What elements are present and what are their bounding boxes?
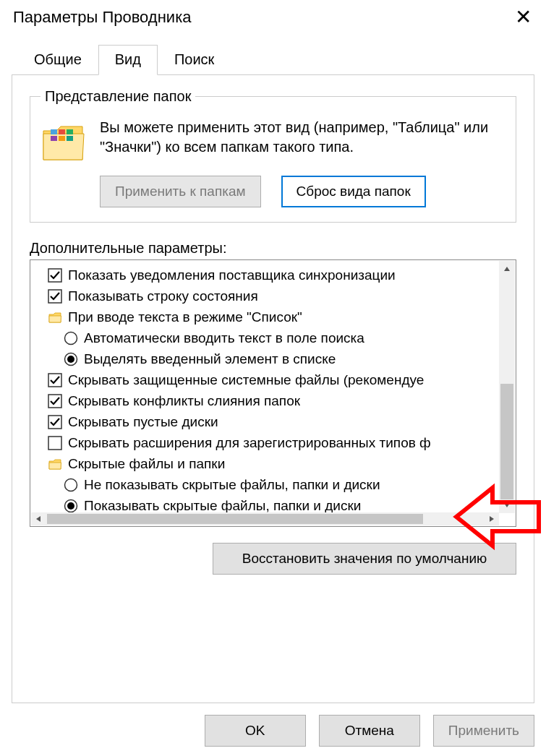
svg-point-8: [65, 332, 77, 344]
folder-icon: [48, 310, 62, 325]
list-item-label: Скрывать защищенные системные файлы (рек…: [68, 372, 424, 388]
radio-icon[interactable]: [64, 478, 78, 492]
svg-rect-11: [48, 374, 61, 387]
apply-button: Применить: [433, 715, 534, 747]
scroll-thumb-vertical[interactable]: [500, 384, 513, 499]
list-item-label: Выделять введенный элемент в списке: [84, 351, 336, 367]
checkbox-icon[interactable]: [48, 289, 62, 304]
svg-rect-0: [51, 129, 57, 134]
list-item-label: Скрытые файлы и папки: [68, 456, 225, 472]
folder-views-legend: Представление папок: [40, 88, 195, 105]
scroll-right-icon[interactable]: [485, 512, 499, 525]
radio-icon[interactable]: [64, 499, 78, 513]
svg-point-10: [67, 356, 74, 363]
list-item[interactable]: Скрывать конфликты слияния папок: [48, 390, 516, 411]
svg-rect-5: [67, 136, 73, 141]
svg-rect-6: [48, 269, 61, 282]
advanced-settings-label: Дополнительные параметры:: [30, 240, 516, 257]
horizontal-scrollbar[interactable]: [31, 512, 499, 525]
svg-rect-3: [51, 136, 57, 141]
scroll-thumb-horizontal[interactable]: [47, 514, 423, 524]
checkbox-icon[interactable]: [48, 436, 62, 450]
list-item[interactable]: Скрывать защищенные системные файлы (рек…: [48, 369, 516, 390]
list-item-label: Скрывать пустые диски: [68, 414, 218, 430]
checkbox-icon[interactable]: [48, 373, 62, 387]
tab-panel-view: Представление папок Вы можете применить …: [12, 74, 534, 703]
scroll-down-icon[interactable]: [499, 497, 515, 513]
tab-search[interactable]: Поиск: [158, 45, 231, 74]
svg-point-15: [65, 478, 77, 491]
folder-views-group: Представление папок Вы можете применить …: [30, 88, 516, 223]
svg-rect-14: [48, 437, 61, 450]
advanced-settings-list[interactable]: Показать уведомления поставщика синхрони…: [30, 259, 516, 527]
apply-to-folders-button: Применить к папкам: [100, 176, 261, 207]
tab-general[interactable]: Общие: [17, 45, 98, 74]
checkbox-icon[interactable]: [48, 268, 62, 283]
tab-bar: Общие Вид Поиск: [17, 45, 546, 74]
list-item-label: Скрывать расширения для зарегистрированн…: [68, 435, 431, 451]
tab-view[interactable]: Вид: [98, 45, 158, 75]
svg-rect-12: [48, 395, 61, 408]
list-item-label: Автоматически вводить текст в поле поиск…: [84, 330, 364, 346]
list-item-label: Показывать скрытые файлы, папки и диски: [84, 498, 361, 514]
list-item[interactable]: Скрывать расширения для зарегистрированн…: [48, 432, 516, 453]
cancel-button[interactable]: Отмена: [319, 715, 420, 747]
list-item-label: Не показывать скрытые файлы, папки и дис…: [84, 477, 380, 493]
ok-button[interactable]: OK: [205, 715, 306, 747]
vertical-scrollbar[interactable]: [499, 261, 515, 513]
list-item-label: Показать уведомления поставщика синхрони…: [68, 267, 396, 283]
radio-icon[interactable]: [64, 352, 78, 366]
scroll-up-icon[interactable]: [499, 261, 515, 277]
svg-rect-2: [67, 129, 73, 134]
svg-rect-13: [48, 416, 61, 429]
list-item-label: Показывать строку состояния: [68, 288, 258, 304]
list-item[interactable]: Скрывать пустые диски: [48, 411, 516, 432]
svg-rect-7: [48, 290, 61, 303]
list-item: При вводе текста в режиме "Список": [48, 306, 516, 327]
window-title: Параметры Проводника: [13, 8, 191, 27]
svg-rect-1: [59, 129, 65, 134]
svg-rect-4: [59, 136, 65, 141]
list-item-label: Скрывать конфликты слияния папок: [68, 393, 300, 409]
folder-icon: [48, 457, 62, 471]
list-item[interactable]: Показать уведомления поставщика синхрони…: [48, 265, 516, 285]
list-item[interactable]: Автоматически вводить текст в поле поиск…: [48, 327, 516, 348]
list-item: Скрытые файлы и папки: [48, 453, 516, 474]
svg-point-17: [67, 502, 74, 510]
restore-defaults-button[interactable]: Восстановить значения по умолчанию: [213, 543, 516, 575]
reset-folders-button[interactable]: Сброс вида папок: [281, 176, 426, 207]
scroll-left-icon[interactable]: [31, 512, 46, 525]
checkbox-icon[interactable]: [48, 394, 62, 408]
folder-views-description: Вы можете применить этот вид (например, …: [100, 118, 501, 157]
checkbox-icon[interactable]: [48, 415, 62, 429]
list-item[interactable]: Выделять введенный элемент в списке: [48, 348, 516, 369]
list-item[interactable]: Не показывать скрытые файлы, папки и дис…: [48, 474, 516, 495]
list-item-label: При вводе текста в режиме "Список": [68, 309, 302, 325]
close-icon[interactable]: ✕: [509, 6, 537, 29]
list-item[interactable]: Показывать строку состояния: [48, 285, 516, 306]
folder-preview-icon: [40, 121, 87, 163]
radio-icon[interactable]: [64, 331, 78, 345]
